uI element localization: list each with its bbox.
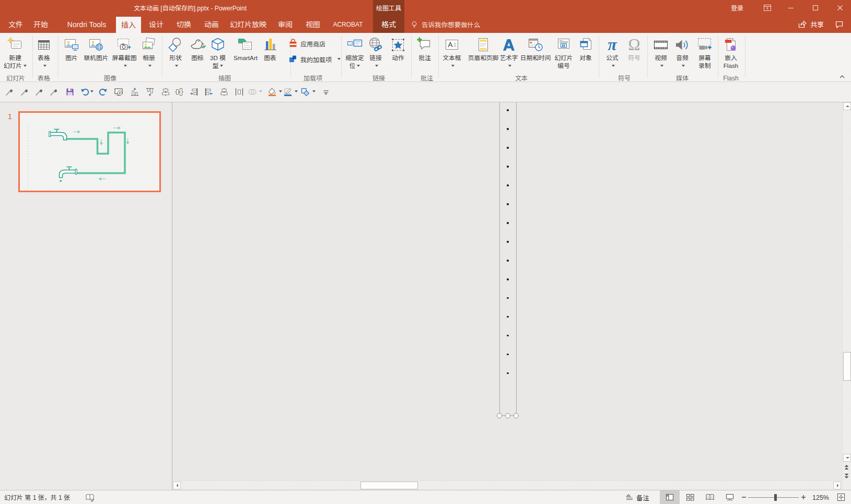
reading-view-icon xyxy=(705,493,715,502)
tab-animations[interactable]: 动画 xyxy=(199,16,224,33)
spellcheck-button[interactable] xyxy=(85,493,95,502)
qat-align-center-horizontal-button[interactable] xyxy=(161,87,170,97)
tab-insert[interactable]: 插入 xyxy=(116,17,141,33)
button-label-2 xyxy=(610,61,615,69)
fit-slide-button[interactable] xyxy=(836,493,846,502)
chart-icon xyxy=(262,36,278,53)
slide-thumbnail[interactable] xyxy=(18,111,161,192)
slideshow-view-button[interactable] xyxy=(720,490,740,504)
title-bar: 文本动画 [自动保存的].pptx - PowerPoint 绘图工具格式 登录 xyxy=(0,0,851,16)
qat-align-center-button[interactable] xyxy=(219,87,229,97)
selection-handle-bottom-right[interactable] xyxy=(514,413,519,418)
next-slide-button[interactable] xyxy=(843,473,850,480)
tab-acrobat[interactable]: ACROBAT xyxy=(328,16,368,33)
tab-file[interactable]: 文件 xyxy=(3,16,28,33)
close-button[interactable] xyxy=(832,0,848,16)
zoom-slider-track[interactable] xyxy=(748,497,799,498)
qat-save-button[interactable] xyxy=(65,87,75,97)
qat-align-bottom-button[interactable] xyxy=(130,87,139,97)
qat-shape-effects-button[interactable] xyxy=(300,87,310,97)
maximize-button[interactable] xyxy=(808,0,823,16)
qat-shape-fill-button[interactable] xyxy=(267,87,277,97)
qat-eyedropper-button[interactable] xyxy=(49,87,59,97)
qat-shape-fill-dropdown[interactable] xyxy=(279,90,282,92)
dropdown-arrow-icon xyxy=(148,65,151,67)
close-icon xyxy=(836,4,844,12)
qat-align-left-button[interactable] xyxy=(204,87,214,97)
qat-undo-button[interactable] xyxy=(80,87,90,97)
qat-shape-outline-button[interactable] xyxy=(283,87,293,97)
text-object-right-border[interactable] xyxy=(516,102,517,413)
dropdown-arrow-icon xyxy=(451,65,454,67)
qat-align-middle-button[interactable] xyxy=(174,87,184,97)
tab-view[interactable]: 视图 xyxy=(300,16,325,33)
qat-shape-outline-dropdown[interactable] xyxy=(295,90,298,92)
qat-distribute-horizontal-button[interactable] xyxy=(235,87,244,97)
ribbon-button-store[interactable]: 应用商店 xyxy=(288,39,325,48)
qat-redo-button[interactable] xyxy=(98,87,108,97)
tab-review[interactable]: 审阅 xyxy=(273,16,298,33)
bullet-dot xyxy=(507,372,509,374)
qat-customize-qat-button[interactable] xyxy=(321,87,331,97)
button-label-2 xyxy=(507,61,511,69)
tab-format[interactable]: 格式 xyxy=(373,20,404,28)
distribute-horizontal-icon xyxy=(235,87,244,97)
share-button[interactable]: 共享 xyxy=(798,16,824,33)
tab-home[interactable]: 开始 xyxy=(28,16,53,33)
vertical-scroll-thumb[interactable] xyxy=(843,352,851,381)
qat-undo-dropdown[interactable] xyxy=(90,90,94,92)
share-icon xyxy=(798,20,807,29)
button-label-2: 型 xyxy=(213,61,224,69)
selection-handle-bottom-left[interactable] xyxy=(497,413,502,418)
zoom-slider-thumb[interactable] xyxy=(774,494,777,501)
ribbon-display-options-button[interactable] xyxy=(760,0,775,16)
button-label-2 xyxy=(680,61,685,69)
qat-align-top-button[interactable] xyxy=(145,87,155,97)
button-label-2 xyxy=(450,61,454,69)
scroll-down-button[interactable] xyxy=(843,454,851,462)
minimize-button[interactable] xyxy=(783,0,799,16)
tab-nordri[interactable]: Nordri Tools xyxy=(62,16,111,33)
ribbon-button-my-addins[interactable]: 我的加载项 xyxy=(288,54,341,64)
scroll-left-button[interactable] xyxy=(173,482,181,489)
qat-merge-shapes-button[interactable] xyxy=(248,87,257,97)
tab-transitions[interactable]: 切换 xyxy=(171,16,196,33)
qat-eyedropper-button[interactable] xyxy=(34,87,44,97)
ribbon: 新建幻灯片 表格 图片 联机图片 屏幕截图 相册 形状 图标 3D 模型 Sma… xyxy=(0,33,851,82)
normal-view-button[interactable] xyxy=(660,490,680,504)
qat-shape-effects-dropdown[interactable] xyxy=(312,90,316,92)
tab-slideshow[interactable]: 幻灯片放映 xyxy=(225,16,272,33)
zoom-in-button[interactable] xyxy=(800,494,807,500)
notes-button[interactable]: 备注 xyxy=(625,490,649,504)
dropdown-arrow-icon xyxy=(337,58,341,60)
scroll-right-button[interactable] xyxy=(833,482,841,489)
qat-slideshow-from-current-button[interactable] xyxy=(114,87,123,97)
qat-align-right-button[interactable] xyxy=(189,87,199,97)
qat-eyedropper-button[interactable] xyxy=(5,87,14,97)
zoom-level[interactable]: 125% xyxy=(812,490,829,504)
ribbon-button-chart[interactable]: 图表 xyxy=(251,36,289,61)
text-object-left-border[interactable] xyxy=(499,102,500,413)
qat-eyedropper-button[interactable] xyxy=(20,87,29,97)
eyedropper-icon xyxy=(34,87,44,97)
qat-merge-shapes-dropdown[interactable] xyxy=(259,90,262,92)
previous-slide-button[interactable] xyxy=(843,464,850,471)
ribbon-button-flash[interactable]: 嵌入Flash xyxy=(712,36,750,69)
selection-handle-bottom-center[interactable] xyxy=(505,413,510,418)
bullet-dot xyxy=(507,241,509,243)
align-center-horizontal-icon xyxy=(161,87,170,97)
signin-button[interactable]: 登录 xyxy=(731,0,743,16)
group-label-addins: 加载项 xyxy=(304,73,322,82)
tab-design[interactable]: 设计 xyxy=(144,16,169,33)
comments-button[interactable] xyxy=(835,16,844,33)
collapse-ribbon-button[interactable] xyxy=(837,73,847,81)
share-label: 共享 xyxy=(810,19,824,29)
scroll-up-button[interactable] xyxy=(843,102,851,110)
reading-view-button[interactable] xyxy=(700,490,720,504)
group-label-links: 链接 xyxy=(372,73,385,82)
horizontal-scroll-thumb[interactable] xyxy=(360,482,418,489)
slide-canvas[interactable] xyxy=(172,102,842,480)
slide-sorter-view-button[interactable] xyxy=(680,490,700,504)
tellme-box[interactable]: 告诉我你想要做什么 xyxy=(410,16,481,33)
zoom-out-button[interactable] xyxy=(741,494,747,500)
